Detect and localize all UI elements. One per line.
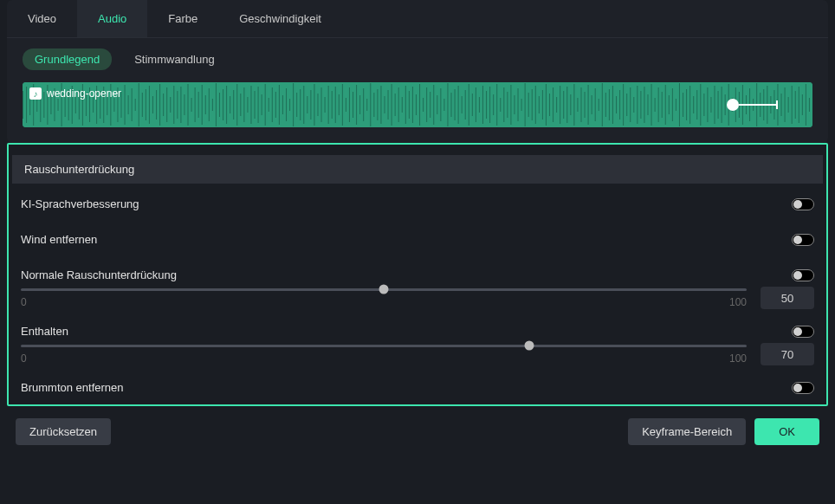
svg-rect-140 [510, 85, 511, 125]
subtab-stimmwandlung[interactable]: Stimmwandlung [122, 48, 227, 70]
svg-rect-31 [128, 95, 129, 114]
svg-rect-63 [240, 94, 241, 116]
svg-rect-87 [325, 97, 326, 113]
svg-rect-125 [458, 86, 459, 124]
toggle-hum[interactable] [792, 382, 814, 394]
svg-rect-43 [170, 97, 171, 113]
svg-rect-141 [514, 95, 515, 114]
svg-rect-196 [707, 87, 708, 122]
tab-video[interactable]: Video [7, 0, 77, 37]
subtab-grundlegend[interactable]: Grundlegend [23, 48, 112, 70]
svg-rect-27 [113, 98, 114, 112]
svg-rect-91 [339, 94, 340, 115]
svg-rect-139 [507, 92, 508, 118]
svg-rect-188 [679, 83, 680, 126]
svg-rect-147 [535, 86, 536, 124]
audio-waveform[interactable]: ♪ wedding-opener [23, 82, 812, 127]
slider-dereverb[interactable] [21, 345, 747, 347]
main-tabs: Video Audio Farbe Geschwindigkeit [7, 0, 828, 38]
svg-rect-35 [142, 93, 143, 117]
toggle-ki-speech[interactable] [792, 198, 814, 210]
svg-rect-107 [395, 94, 396, 116]
svg-rect-189 [683, 93, 683, 117]
svg-rect-163 [592, 95, 592, 114]
svg-rect-41 [163, 94, 164, 116]
svg-rect-69 [262, 94, 262, 115]
svg-rect-33 [135, 99, 136, 111]
svg-rect-166 [602, 83, 603, 126]
svg-rect-183 [662, 92, 663, 118]
svg-rect-137 [500, 98, 501, 112]
svg-rect-97 [359, 95, 360, 114]
value-dereverb[interactable]: 70 [761, 343, 814, 365]
svg-rect-151 [549, 94, 550, 116]
tab-geschwindigkeit[interactable]: Geschwindigkeit [218, 0, 342, 37]
svg-rect-133 [486, 91, 487, 119]
svg-rect-55 [212, 99, 213, 111]
sub-tabs: Grundlegend Stimmwandlung [7, 38, 828, 77]
svg-rect-190 [686, 89, 687, 120]
svg-rect-45 [177, 91, 178, 119]
section-header-noise: Rauschunterdrückung [12, 155, 823, 184]
svg-rect-176 [637, 86, 638, 124]
svg-rect-142 [518, 88, 519, 121]
svg-rect-47 [184, 94, 184, 115]
toggle-normal-noise[interactable] [792, 269, 814, 281]
svg-rect-66 [250, 86, 251, 124]
svg-rect-194 [700, 84, 701, 126]
slider-min-dereverb: 0 [21, 352, 27, 365]
svg-rect-85 [317, 94, 318, 116]
svg-rect-105 [388, 90, 389, 120]
svg-rect-143 [521, 99, 522, 111]
tab-farbe[interactable]: Farbe [147, 0, 218, 37]
value-normal-noise[interactable]: 50 [761, 287, 814, 309]
slider-normal-noise[interactable] [21, 288, 747, 291]
svg-rect-38 [152, 96, 153, 113]
svg-rect-177 [640, 91, 641, 119]
svg-rect-40 [159, 84, 160, 126]
svg-rect-145 [528, 93, 529, 117]
svg-rect-127 [465, 90, 466, 120]
svg-rect-1 [23, 91, 23, 119]
toggle-wind[interactable] [792, 234, 814, 246]
slider-thumb-dereverb[interactable] [524, 341, 534, 351]
ok-button[interactable]: OK [754, 418, 819, 445]
svg-rect-110 [405, 86, 406, 124]
svg-rect-186 [672, 88, 673, 121]
svg-rect-106 [392, 84, 392, 126]
svg-rect-129 [472, 94, 473, 116]
svg-rect-148 [539, 96, 540, 113]
svg-rect-102 [377, 89, 378, 120]
svg-rect-53 [205, 95, 206, 114]
keyframe-button[interactable]: Keyframe-Bereich [628, 418, 746, 445]
svg-rect-193 [696, 90, 697, 120]
svg-rect-167 [605, 93, 606, 117]
svg-rect-150 [546, 84, 547, 126]
svg-rect-75 [282, 95, 283, 114]
toggle-dereverb[interactable] [792, 326, 814, 338]
music-note-icon: ♪ [29, 87, 42, 100]
svg-rect-37 [149, 86, 150, 124]
svg-rect-179 [647, 94, 648, 115]
svg-rect-184 [665, 85, 666, 125]
slider-max-dereverb: 100 [729, 352, 747, 365]
reset-button[interactable]: Zurücksetzen [16, 418, 111, 445]
svg-rect-153 [556, 97, 557, 113]
svg-rect-200 [722, 87, 722, 123]
volume-handle[interactable] [727, 99, 778, 111]
slider-max-normal: 100 [729, 296, 747, 308]
svg-rect-165 [599, 99, 599, 111]
svg-rect-50 [195, 87, 196, 122]
svg-rect-39 [156, 90, 157, 120]
footer: Zurücksetzen Keyframe-Bereich OK [0, 406, 835, 454]
svg-rect-160 [580, 87, 581, 122]
svg-rect-93 [346, 98, 346, 112]
svg-rect-152 [553, 87, 553, 122]
svg-rect-198 [715, 86, 715, 124]
svg-rect-99 [366, 99, 367, 111]
label-normal-noise: Normale Rauschunterdrückung [21, 268, 177, 281]
tab-audio[interactable]: Audio [77, 0, 147, 37]
slider-thumb-normal[interactable] [379, 285, 389, 294]
svg-rect-109 [402, 97, 403, 113]
svg-rect-61 [233, 90, 234, 120]
